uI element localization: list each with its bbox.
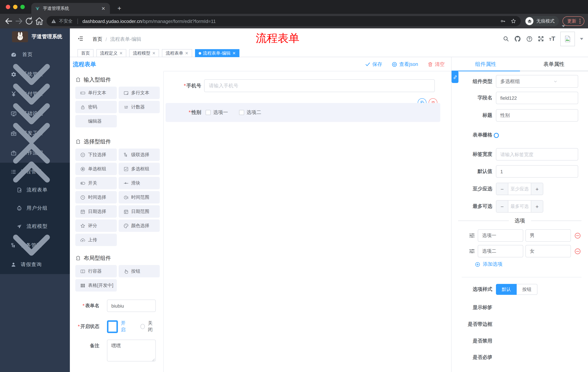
toolbar-caret-icon[interactable] (562, 25, 565, 27)
component-type-select[interactable]: 多选框组 (496, 75, 578, 88)
component-chip-select[interactable]: 下拉选择 (75, 149, 117, 161)
sidebar-item-task-management[interactable]: 任务管理 (0, 235, 70, 255)
maximize-window-button[interactable] (20, 5, 25, 9)
component-chip-switch[interactable]: 开关 (75, 177, 117, 189)
option-1-value-input[interactable] (525, 229, 571, 242)
tab-close-icon[interactable]: ✕ (100, 5, 106, 11)
default-value-input[interactable] (496, 165, 578, 178)
component-chip-row-container[interactable]: 行容器 (75, 265, 117, 277)
form-remark-textarea[interactable]: 嘿嘿 (107, 340, 156, 361)
gender-option-2[interactable]: 选项二 (239, 109, 261, 116)
address-bar[interactable]: 不安全 dashboard.yudao.iocoder.cn/bpm/manag… (47, 16, 521, 26)
stepper-plus-button[interactable]: + (531, 201, 543, 212)
style-button-button[interactable]: 按钮 (517, 284, 537, 295)
component-chip-cascader[interactable]: 级联选择 (118, 149, 160, 161)
min-select-input[interactable] (508, 183, 531, 195)
browser-tab[interactable]: 芋道管理系统 ✕ (31, 3, 110, 14)
sidebar-item-process-form[interactable]: 流程表单 (0, 181, 70, 199)
gender-field-selected[interactable]: *性别 选项一 选项二 (166, 103, 440, 122)
forward-button[interactable] (14, 16, 24, 26)
slider-handle[interactable] (494, 133, 499, 138)
update-browser-button[interactable]: 更新 (563, 16, 584, 26)
add-option-button[interactable]: 添加选项 (475, 261, 588, 267)
stepper-minus-button[interactable]: − (496, 183, 508, 195)
view-tab-home[interactable]: 首页 (77, 49, 94, 57)
component-chip-multi-text[interactable]: 多行文本 (118, 87, 160, 99)
radio-on-label[interactable]: 开启 (121, 320, 129, 333)
radio-on[interactable] (107, 320, 118, 333)
view-json-button[interactable]: 查看json (391, 61, 418, 67)
style-default-button[interactable]: 默认 (496, 284, 517, 295)
component-chip-date-range[interactable]: 日期范围 (118, 205, 160, 218)
checkbox[interactable] (239, 110, 244, 115)
browser-menu-dots-icon[interactable] (579, 19, 581, 24)
tab-close-icon[interactable]: ✕ (152, 51, 155, 55)
component-chip-color-picker[interactable]: 颜色选择 (118, 220, 160, 232)
bookmark-star-icon[interactable] (511, 18, 516, 24)
component-chip-single-text[interactable]: 单行文本 (75, 87, 117, 99)
option-2-name-input[interactable] (478, 245, 523, 257)
stepper-minus-button[interactable]: − (496, 201, 508, 212)
radio-off-label[interactable]: 关闭 (148, 320, 156, 333)
drag-handle-icon[interactable] (469, 232, 475, 239)
label-width-input[interactable] (496, 148, 578, 160)
component-chip-slider[interactable]: 滑块 (118, 177, 160, 189)
help-icon[interactable] (526, 35, 533, 42)
back-button[interactable] (4, 16, 14, 26)
avatar[interactable] (560, 32, 575, 46)
drag-handle-icon[interactable] (469, 248, 475, 255)
component-chip-rate[interactable]: 评分 (75, 220, 117, 232)
sidebar-item-process-management[interactable]: 流程管理 (0, 163, 70, 181)
sidebar-item-leave-query[interactable]: 请假查询 (0, 255, 70, 274)
clear-button[interactable]: 清空 (428, 61, 445, 67)
phone-input[interactable] (204, 79, 435, 92)
sidebar-fold-icon[interactable] (77, 36, 83, 42)
component-chip-counter[interactable]: 123计数器 (118, 101, 160, 113)
view-tab-process-model[interactable]: 流程模型✕ (129, 49, 159, 57)
field-name-input[interactable] (496, 92, 578, 104)
view-tab-process-form[interactable]: 流程表单✕ (162, 49, 192, 57)
password-key-icon[interactable] (500, 18, 506, 24)
tab-form-props[interactable]: 表单属性 (520, 57, 588, 71)
form-name-input[interactable] (107, 299, 156, 312)
gender-option-1[interactable]: 选项一 (206, 109, 228, 116)
tab-component-props[interactable]: 组件属性 (452, 57, 520, 71)
tab-close-icon[interactable]: ✕ (185, 51, 188, 55)
stepper-plus-button[interactable]: + (531, 183, 543, 195)
fullscreen-icon[interactable] (538, 36, 544, 42)
save-button[interactable]: 保存 (365, 61, 382, 67)
component-chip-radio-group[interactable]: 单选框组 (75, 163, 117, 175)
home-button[interactable] (34, 16, 44, 26)
form-canvas[interactable]: *手机号 *性别 选项一 选项二 (164, 71, 451, 372)
view-tab-process-form-edit[interactable]: 流程表单-编辑✕ (195, 49, 239, 57)
new-tab-button[interactable]: + (115, 4, 124, 13)
remove-option-button[interactable] (574, 248, 581, 255)
title-input[interactable] (496, 109, 578, 122)
tab-close-icon[interactable]: ✕ (232, 51, 236, 55)
component-chip-editor[interactable]: 编辑器 (75, 115, 117, 128)
phone-field[interactable]: *手机号 (164, 79, 440, 92)
search-icon[interactable] (503, 36, 509, 42)
minimize-window-button[interactable] (13, 5, 18, 9)
radio-off[interactable] (141, 324, 145, 329)
github-icon[interactable] (514, 35, 521, 42)
tab-close-icon[interactable]: ✕ (119, 51, 123, 55)
remove-option-button[interactable] (574, 232, 581, 239)
option-2-value-input[interactable] (525, 245, 571, 257)
component-chip-time-range[interactable]: 时间范围 (118, 191, 160, 203)
checkbox[interactable] (206, 110, 211, 115)
close-window-button[interactable] (6, 5, 10, 9)
component-chip-upload[interactable]: 上传 (75, 234, 117, 246)
component-chip-button[interactable]: 按钮 (118, 265, 160, 277)
option-1-name-input[interactable] (478, 229, 523, 242)
component-chip-password[interactable]: 密码 (75, 101, 117, 113)
component-chip-checkbox-group[interactable]: 多选框组 (118, 163, 160, 175)
view-tab-process-definition[interactable]: 流程定义✕ (96, 49, 126, 57)
component-chip-date-picker[interactable]: 日期选择 (75, 205, 117, 218)
font-size-icon[interactable]: TT (549, 36, 555, 42)
link-button[interactable] (452, 71, 459, 83)
component-chip-table[interactable]: 表格[开发中] (75, 279, 117, 292)
avatar-caret-icon[interactable] (580, 38, 583, 40)
breadcrumb-home[interactable]: 首页 (92, 36, 102, 43)
component-chip-time-picker[interactable]: 时间选择 (75, 191, 117, 203)
